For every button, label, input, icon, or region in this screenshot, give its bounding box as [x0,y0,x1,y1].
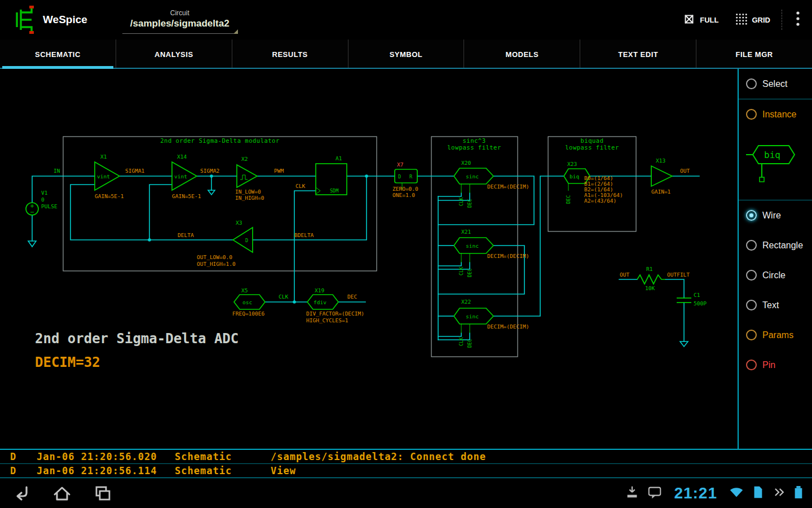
tool-text-label: Text [762,300,779,310]
svg-text:X22: X22 [461,299,471,305]
component-x13[interactable]: X13 GAIN=1 [651,157,672,195]
recents-button[interactable] [90,481,115,506]
radio-pin[interactable] [746,360,757,370]
tab-results[interactable]: RESULTS [232,40,348,69]
grid-button[interactable]: GRID [727,6,779,33]
svg-text:10K: 10K [645,285,655,291]
tab-label: MODELS [506,50,539,59]
svg-text:0: 0 [41,196,45,203]
log-time: Jan-06 21:20:56.020 [37,451,175,462]
svg-text:DEC: DEC [467,339,473,348]
tab-schematic[interactable]: SCHEMATIC [0,40,116,69]
radio-rectangle[interactable] [746,240,757,251]
tool-wire[interactable]: Wire [739,200,812,230]
usb-download-icon [624,484,640,502]
svg-text:DEC: DEC [467,199,473,208]
tab-file-mgr[interactable]: FILE MGR [696,40,812,69]
svg-text:X21: X21 [461,229,471,235]
svg-text:ZERO=0.0: ZERO=0.0 [392,186,418,192]
log-level: D [0,451,37,462]
component-x23[interactable]: biq X23 DEC B0=(1/64) B1=(2/64) B2=(1/64… [564,161,623,204]
component-x2[interactable]: X2 IN_LOW=0 IN_HIGH=0 [235,156,264,201]
tab-label: ANALYSIS [155,50,193,59]
tool-text[interactable]: Text [739,290,812,320]
svg-text:X1: X1 [100,154,107,160]
component-x19[interactable]: fdiv X19 DIV_FACTOR=(DECIM) HIGH_CYCLES=… [306,287,364,323]
tool-wire-label: Wire [762,211,781,221]
tab-analysis[interactable]: ANALYSIS [116,40,232,69]
svg-text:X2: X2 [241,156,248,162]
svg-text:X13: X13 [656,157,665,164]
svg-text:D: D [245,238,248,243]
tool-circle[interactable]: Circle [739,260,812,290]
grid-label: GRID [752,16,771,24]
tab-models[interactable]: MODELS [464,40,580,69]
component-v1[interactable]: V1 0 PULSE [26,190,58,215]
component-x1[interactable]: vint X1 GAIN=5E-1 [95,154,124,199]
net-label-sigma1: SIGMA1 [125,168,145,174]
component-c1[interactable]: C1 500P [677,292,707,306]
svg-text:2nd order Sigma-Delta modulato: 2nd order Sigma-Delta modulator [160,137,279,144]
svg-text:sinc: sinc [466,173,479,179]
full-button[interactable]: FULL [674,6,726,33]
svg-text:X20: X20 [461,160,471,166]
chat-icon [647,484,663,502]
svg-text:GAIN=5E-1: GAIN=5E-1 [95,193,124,199]
log-row: D Jan-06 21:20:56.020 Schematic /samples… [0,450,812,463]
component-x5[interactable]: osc X5 FREQ=100E6 [232,287,265,317]
component-x3[interactable]: X3 D OUT_LOW=0.0 OUT_HIGH=1.0 [197,220,253,267]
wire [493,176,564,316]
net-label-clk: CLK [279,294,288,300]
wifi-icon [729,484,744,502]
tool-params-label: Params [762,330,793,340]
svg-text:GAIN=5E-1: GAIN=5E-1 [172,193,201,199]
schematic-canvas[interactable]: 2nd order Sigma-Delta modulator sinc^3 l… [0,69,738,449]
net-label-in: IN [54,168,60,174]
modulator-box: 2nd order Sigma-Delta modulator [63,137,377,271]
home-button[interactable] [50,481,74,506]
tool-pin[interactable]: Pin [739,350,812,380]
radio-wire[interactable] [746,210,757,221]
svg-text:X7: X7 [397,161,403,168]
circuit-spinner[interactable]: Circuit /samples/sigmadelta2 [122,6,237,34]
svg-text:DEC: DEC [467,269,473,277]
overflow-menu-button[interactable] [786,6,810,33]
svg-text:FREQ=100E6: FREQ=100E6 [232,310,264,317]
svg-text:PULSE: PULSE [41,203,58,209]
radio-select[interactable] [746,78,757,89]
back-button[interactable] [9,481,34,506]
tool-select[interactable]: Select [739,69,812,99]
tool-rectangle[interactable]: Rectangle [739,230,812,260]
tab-label: TEXT EDIT [618,50,658,59]
radio-params[interactable] [746,330,757,340]
svg-text:DECIM=32: DECIM=32 [35,354,100,370]
radio-circle[interactable] [746,270,757,281]
svg-text:500P: 500P [694,300,707,306]
svg-text:sinc: sinc [466,243,479,249]
wire [294,191,316,302]
svg-text:C1: C1 [694,292,700,298]
instance-preview[interactable]: biq [739,129,812,200]
full-label: FULL [700,16,718,24]
component-a1[interactable]: A1 SDM [316,155,347,195]
component-x7[interactable]: X7 D R ZERO=0.0 ONE=1.0 [392,161,418,198]
radio-text[interactable] [746,300,757,310]
tab-text-edit[interactable]: TEXT EDIT [580,40,696,69]
net-label-delta: DELTA [178,232,194,238]
svg-text:ONE=1.0: ONE=1.0 [392,192,415,198]
svg-text:sinc: sinc [466,313,479,319]
svg-text:DECIM=(DECIM): DECIM=(DECIM) [487,323,529,330]
radio-instance[interactable] [746,109,757,120]
tool-params[interactable]: Params [739,320,812,350]
log-row: D Jan-06 21:20:56.114 Schematic View [0,463,812,478]
app-bar: WeSpice Circuit /samples/sigmadelta2 FUL… [0,0,812,40]
log-source: Schematic [175,465,271,476]
recents-icon [92,483,113,503]
svg-text:SDM: SDM [330,188,338,194]
tool-instance[interactable]: Instance [739,99,812,129]
svg-text:DIV_FACTOR=(DECIM): DIV_FACTOR=(DECIM) [306,310,364,317]
component-x14[interactable]: vint X14 GAIN=5E-1 [172,154,201,199]
component-r1[interactable]: R1 10K [637,266,665,291]
tab-symbol[interactable]: SYMBOL [348,40,464,69]
svg-text:biq: biq [570,173,579,179]
